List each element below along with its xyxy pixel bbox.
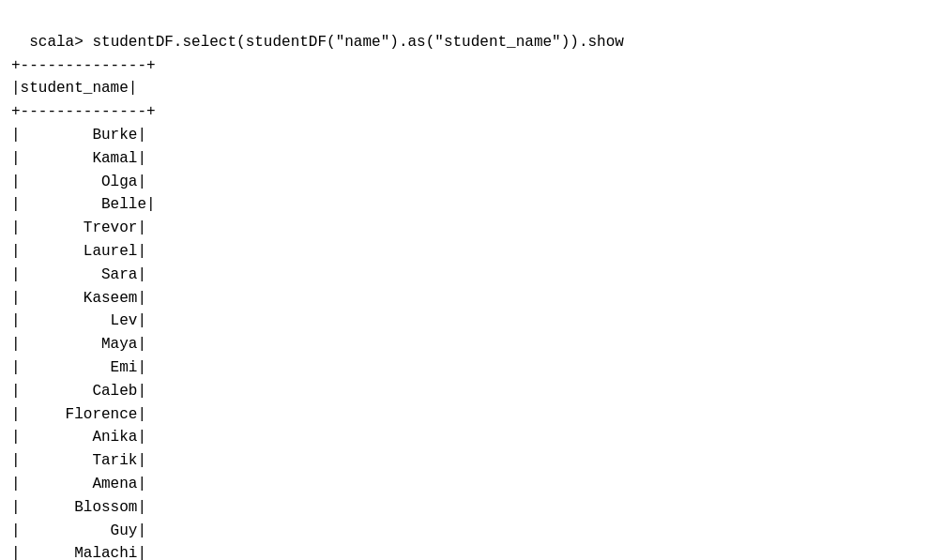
table-row: | Caleb| bbox=[11, 380, 917, 403]
table-row: | Blossom| bbox=[11, 496, 917, 520]
table-row: | Olga| bbox=[11, 171, 917, 194]
table-row: | Sara| bbox=[11, 264, 917, 287]
table-row: | Anika| bbox=[11, 426, 917, 449]
table-row: | Burke| bbox=[11, 124, 917, 147]
table-row: | Belle| bbox=[11, 193, 917, 217]
table-row: | Kaseem| bbox=[11, 287, 917, 310]
table-row: | Emi| bbox=[11, 356, 917, 380]
terminal-output: scala> studentDF.select(studentDF("name"… bbox=[11, 8, 917, 54]
table-line: +--------------+ bbox=[11, 54, 917, 78]
table-row: | Trevor| bbox=[11, 217, 917, 240]
table-row: | Guy| bbox=[11, 520, 917, 543]
table-row: | Tarik| bbox=[11, 449, 917, 473]
table-line: |student_name| bbox=[11, 77, 917, 100]
command: studentDF.select(studentDF("name").as("s… bbox=[92, 34, 624, 51]
table-row: | Malachi| bbox=[11, 542, 917, 560]
prompt: scala> bbox=[29, 34, 92, 51]
table-row: | Lev| bbox=[11, 310, 917, 333]
table-row: | Florence| bbox=[11, 403, 917, 427]
table-row: | Amena| bbox=[11, 473, 917, 496]
table-output: +--------------+|student_name|+---------… bbox=[11, 54, 917, 560]
table-line: +--------------+ bbox=[11, 100, 917, 124]
table-row: | Laurel| bbox=[11, 240, 917, 264]
table-row: | Maya| bbox=[11, 333, 917, 356]
table-row: | Kamal| bbox=[11, 147, 917, 171]
